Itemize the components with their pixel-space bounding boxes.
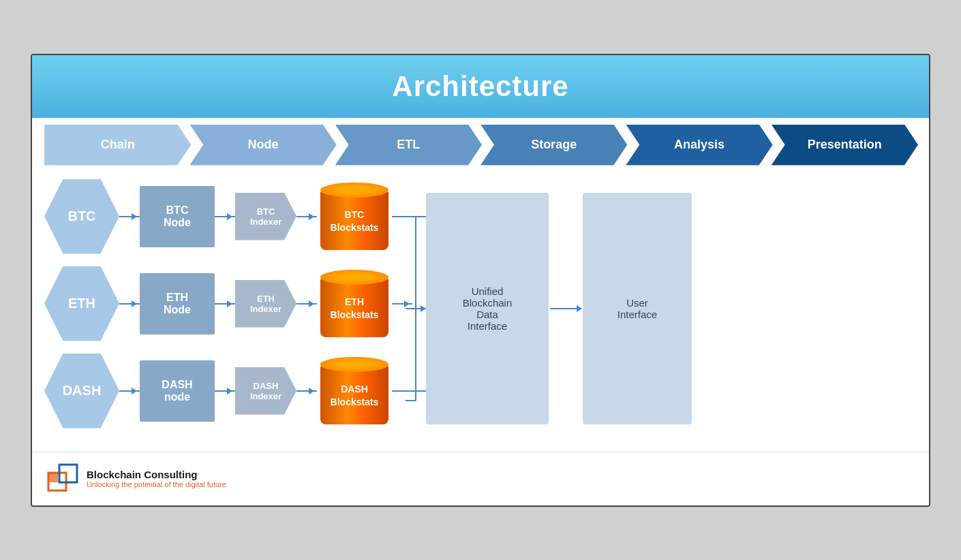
dash-node: DASH node	[140, 360, 215, 422]
dash-node-cell: DASH node	[140, 360, 215, 422]
eth-node-cell: ETH Node	[140, 273, 215, 335]
company-tagline: Unlocking the potential of the digital f…	[87, 480, 226, 488]
analysis-box: Unified Blockchain Data Interface	[426, 193, 549, 424]
eth-node: ETH Node	[140, 273, 215, 335]
dash-conn3	[296, 390, 317, 392]
nav-storage: Storage	[480, 125, 627, 166]
company-name: Blockchain Consulting	[87, 469, 226, 480]
dash-storage-cell: DASHBlockstats	[317, 354, 392, 429]
btc-node-cell: BTC Node	[140, 186, 215, 247]
btc-cylinder: BTCBlockstats	[317, 179, 392, 254]
btc-indexer: BTC Indexer	[235, 193, 296, 240]
eth-conn1	[119, 303, 140, 305]
logo-box: Blockchain Consulting Unlocking the pote…	[46, 462, 226, 496]
presentation-label: User Interface	[617, 297, 657, 320]
page-title: Architecture	[32, 70, 929, 103]
btc-storage-label: BTCBlockstats	[331, 208, 379, 233]
eth-indexer: ETH Indexer	[235, 280, 296, 328]
eth-hex-cell: ETH	[44, 266, 119, 341]
main-content: BTC BTC Node BTC Indexer	[32, 166, 929, 452]
btc-conn2	[215, 216, 235, 217]
logo-text-box: Blockchain Consulting Unlocking the pote…	[87, 469, 226, 488]
dash-hex: DASH	[44, 354, 119, 429]
analysis-to-pres-connector	[549, 308, 583, 309]
eth-indexer-cell: ETH Indexer	[235, 280, 296, 328]
dash-conn2	[215, 390, 235, 392]
btc-storage-cell: BTCBlockstats	[317, 179, 392, 254]
arrow-nav: Chain Node ETL Storage Analysis Presenta…	[32, 118, 929, 166]
analysis-label: Unified Blockchain Data Interface	[463, 285, 513, 332]
nav-presentation: Presentation	[772, 125, 918, 166]
eth-conn4	[392, 303, 412, 305]
btc-hex-cell: BTC	[44, 179, 119, 254]
btc-row: BTC BTC Node BTC Indexer	[44, 179, 426, 254]
nav-etl: ETL	[335, 125, 482, 166]
svg-marker-5	[421, 305, 426, 312]
right-section: Unified Blockchain Data Interface User I…	[426, 179, 917, 438]
bracket-svg	[406, 179, 426, 438]
dash-indexer-cell: DASH Indexer	[235, 367, 296, 415]
btc-hex: BTC	[44, 179, 119, 254]
flow-rows: BTC BTC Node BTC Indexer	[44, 179, 426, 438]
btc-node: BTC Node	[140, 186, 215, 247]
dash-hex-cell: DASH	[44, 354, 119, 429]
dash-conn1	[119, 390, 140, 392]
btc-conn1	[119, 216, 140, 217]
eth-row: ETH ETH Node ETH Indexer	[44, 266, 426, 341]
nav-analysis: Analysis	[626, 125, 772, 166]
dash-indexer: DASH Indexer	[235, 367, 296, 415]
eth-conn2	[215, 303, 235, 305]
dash-storage-label: DASHBlockstats	[331, 383, 379, 407]
slide-container: Architecture Chain Node ETL Storage Anal…	[31, 54, 930, 507]
eth-cylinder: ETHBlockstats	[317, 266, 392, 341]
footer: Blockchain Consulting Unlocking the pote…	[32, 452, 929, 505]
dash-cylinder: DASHBlockstats	[317, 354, 392, 429]
eth-conn3	[296, 303, 317, 305]
btc-indexer-cell: BTC Indexer	[235, 193, 296, 240]
nav-chain: Chain	[44, 125, 191, 166]
title-bar: Architecture	[32, 55, 929, 118]
eth-hex: ETH	[44, 266, 119, 341]
btc-conn3	[296, 216, 317, 217]
eth-storage-label: ETHBlockstats	[331, 296, 379, 320]
svg-rect-8	[48, 473, 58, 482]
dash-row: DASH DASH node DASH Indexer	[44, 354, 426, 429]
eth-storage-cell: ETHBlockstats	[317, 266, 392, 341]
presentation-box: User Interface	[583, 193, 692, 424]
logo-icon	[46, 462, 80, 496]
nav-node: Node	[189, 125, 336, 166]
